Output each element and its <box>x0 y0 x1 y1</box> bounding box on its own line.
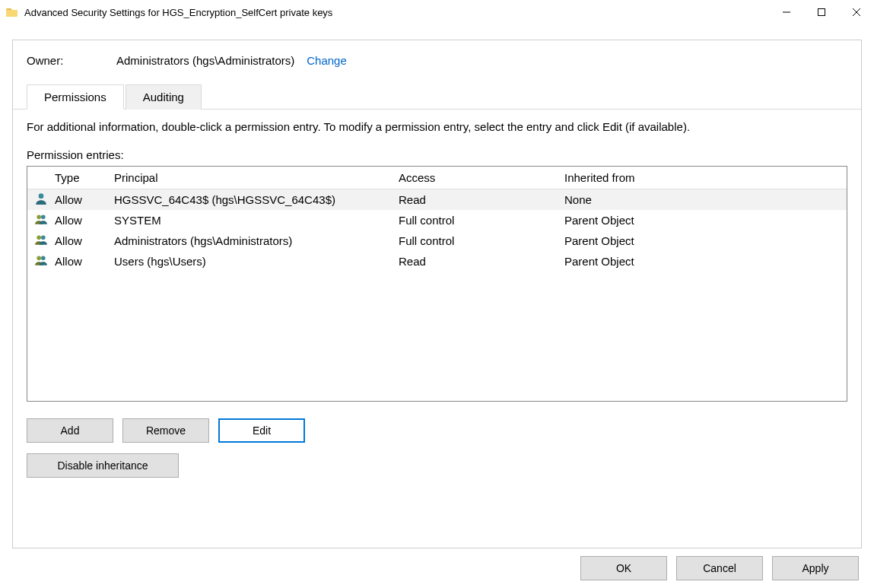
cell-inherited: Parent Object <box>564 214 847 227</box>
cell-inherited: Parent Object <box>564 255 847 268</box>
dialog-buttons: OK Cancel Apply <box>580 556 859 580</box>
permission-entries-table: Type Principal Access Inherited from All… <box>27 166 847 402</box>
tab-strip: Permissions Auditing <box>13 84 861 110</box>
cell-principal: Users (hgs\Users) <box>114 255 399 268</box>
col-access[interactable]: Access <box>399 171 564 184</box>
cell-access: Full control <box>399 214 564 227</box>
instructions-text: For additional information, double-click… <box>27 120 847 133</box>
table-row[interactable]: AllowSYSTEMFull controlParent Object <box>27 210 847 230</box>
col-inherited[interactable]: Inherited from <box>564 171 847 184</box>
tab-permissions[interactable]: Permissions <box>27 84 124 110</box>
owner-value: Administrators (hgs\Administrators) <box>116 54 294 67</box>
svg-point-6 <box>41 215 46 219</box>
cell-inherited: Parent Object <box>564 234 847 247</box>
minimize-button[interactable] <box>769 0 804 24</box>
cell-type: Allow <box>55 193 114 206</box>
user-icon <box>34 192 48 208</box>
table-row[interactable]: AllowAdministrators (hgs\Administrators)… <box>27 230 847 251</box>
remove-button[interactable]: Remove <box>122 418 209 443</box>
cell-principal: Administrators (hgs\Administrators) <box>114 234 399 247</box>
disable-inheritance-row: Disable inheritance <box>27 453 847 478</box>
cell-access: Full control <box>399 234 564 247</box>
svg-rect-1 <box>818 9 825 16</box>
close-button[interactable] <box>839 0 874 24</box>
cell-principal: SYSTEM <box>114 214 399 227</box>
svg-point-9 <box>37 256 41 260</box>
svg-point-5 <box>37 215 41 219</box>
table-row[interactable]: AllowHGSSVC_64C43$ (hgs\HGSSVC_64C43$)Re… <box>27 189 847 210</box>
cell-access: Read <box>399 255 564 268</box>
maximize-button[interactable] <box>804 0 839 24</box>
tab-auditing[interactable]: Auditing <box>126 84 202 110</box>
cell-inherited: None <box>564 193 847 206</box>
cell-access: Read <box>399 193 564 206</box>
group-icon <box>34 212 48 228</box>
cell-type: Allow <box>55 214 114 227</box>
cancel-button[interactable]: Cancel <box>676 556 763 580</box>
group-icon <box>34 253 48 269</box>
svg-point-8 <box>41 235 46 240</box>
svg-point-7 <box>37 235 41 240</box>
table-header: Type Principal Access Inherited from <box>27 167 847 189</box>
cell-principal: HGSSVC_64C43$ (hgs\HGSSVC_64C43$) <box>114 193 399 206</box>
svg-point-10 <box>41 256 46 260</box>
cell-type: Allow <box>55 234 114 247</box>
svg-point-4 <box>39 193 44 199</box>
group-icon <box>34 233 48 249</box>
table-row[interactable]: AllowUsers (hgs\Users)ReadParent Object <box>27 251 847 272</box>
change-owner-link[interactable]: Change <box>307 54 347 67</box>
col-type[interactable]: Type <box>55 171 114 184</box>
col-principal[interactable]: Principal <box>114 171 399 184</box>
apply-button[interactable]: Apply <box>772 556 859 580</box>
ok-button[interactable]: OK <box>580 556 667 580</box>
entry-buttons-row: Add Remove Edit <box>27 418 847 443</box>
window-title: Advanced Security Settings for HGS_Encry… <box>24 7 769 18</box>
window-controls <box>769 0 874 24</box>
owner-label: Owner: <box>27 54 116 67</box>
entries-label: Permission entries: <box>27 148 847 161</box>
cell-type: Allow <box>55 255 114 268</box>
add-button[interactable]: Add <box>27 418 113 443</box>
content-frame: Owner: Administrators (hgs\Administrator… <box>12 40 862 548</box>
owner-row: Owner: Administrators (hgs\Administrator… <box>27 54 847 67</box>
folder-icon <box>6 6 18 18</box>
titlebar: Advanced Security Settings for HGS_Encry… <box>0 0 874 24</box>
edit-button[interactable]: Edit <box>218 418 305 443</box>
disable-inheritance-button[interactable]: Disable inheritance <box>27 453 179 478</box>
